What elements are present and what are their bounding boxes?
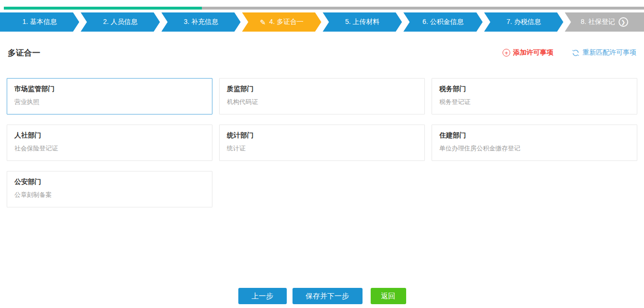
card-certificate: 营业执照 [14, 98, 205, 106]
step-upload-materials[interactable]: 5. 上传材料 [323, 12, 402, 32]
step-label: 3. 补充信息 [184, 18, 218, 26]
card-department: 人社部门 [14, 131, 205, 140]
step-social-security[interactable]: 8. 社保登记 ❯ [565, 12, 644, 32]
edit-pencil-icon: ✎ [260, 19, 266, 26]
rematch-license-label: 重新匹配许可事项 [583, 48, 636, 57]
footer-actions: 上一步 保存并下一步 返回 [0, 288, 644, 304]
license-card[interactable]: 市场监管部门 营业执照 [7, 78, 212, 114]
card-department: 税务部门 [439, 85, 630, 93]
step-label: 5. 上传材料 [345, 18, 380, 26]
step-label: 8. 社保登记 [581, 18, 615, 26]
card-department: 住建部门 [439, 131, 630, 140]
license-card-grid: 市场监管部门 营业执照 质监部门 机构代码证 税务部门 税务登记证 人社部门 社… [7, 78, 637, 207]
add-license-link[interactable]: + 添加许可事项 [503, 48, 553, 57]
step-provident-fund[interactable]: 6. 公积金信息 [403, 12, 482, 32]
license-card[interactable]: 统计部门 统计证 [219, 125, 425, 161]
license-card[interactable]: 住建部门 单位办理住房公积金缴存登记 [432, 125, 637, 161]
license-card[interactable]: 公安部门 公章刻制备案 [7, 171, 212, 207]
page-title: 多证合一 [8, 47, 40, 58]
step-multi-certificate[interactable]: ✎ 4. 多证合一 [242, 12, 321, 32]
step-wizard: 1. 基本信息 2. 人员信息 3. 补充信息 ✎ 4. 多证合一 5. 上传材… [0, 12, 644, 32]
license-card[interactable]: 质监部门 机构代码证 [219, 78, 425, 114]
header-actions: + 添加许可事项 重新匹配许可事项 [503, 48, 636, 57]
save-and-next-button[interactable]: 保存并下一步 [293, 288, 363, 304]
previous-step-button[interactable]: 上一步 [238, 288, 287, 304]
card-department: 统计部门 [227, 131, 417, 140]
back-button[interactable]: 返回 [371, 288, 406, 304]
section-header: 多证合一 + 添加许可事项 重新匹配许可事项 [8, 43, 636, 62]
card-certificate: 税务登记证 [439, 98, 630, 106]
card-certificate: 单位办理住房公积金缴存登记 [439, 144, 630, 153]
rematch-license-link[interactable]: 重新匹配许可事项 [572, 48, 636, 57]
step-supplementary-info[interactable]: 3. 补充信息 [162, 12, 241, 32]
step-personnel-info[interactable]: 2. 人员信息 [81, 12, 160, 32]
license-card[interactable]: 税务部门 税务登记证 [432, 78, 637, 114]
step-tax-info[interactable]: 7. 办税信息 [484, 12, 563, 32]
step-basic-info[interactable]: 1. 基本信息 [0, 12, 79, 32]
step-label: 2. 人员信息 [103, 18, 138, 26]
step-label: 1. 基本信息 [23, 18, 57, 26]
card-certificate: 公章刻制备案 [14, 191, 205, 199]
progress-track [4, 7, 644, 10]
card-department: 市场监管部门 [14, 85, 205, 93]
card-department: 质监部门 [227, 85, 417, 93]
card-certificate: 统计证 [227, 144, 417, 153]
progress-fill [4, 7, 202, 10]
step-label: 4. 多证合一 [269, 18, 304, 26]
card-certificate: 机构代码证 [227, 98, 417, 106]
chevron-right-circle-icon: ❯ [619, 17, 628, 27]
card-department: 公安部门 [14, 178, 205, 186]
card-certificate: 社会保险登记证 [14, 144, 205, 153]
step-label: 6. 公积金信息 [422, 18, 464, 26]
step-label: 7. 办税信息 [506, 18, 541, 26]
license-card[interactable]: 人社部门 社会保险登记证 [7, 125, 212, 161]
plus-circle-icon: + [503, 49, 510, 57]
refresh-icon [572, 49, 580, 57]
add-license-label: 添加许可事项 [513, 48, 553, 57]
